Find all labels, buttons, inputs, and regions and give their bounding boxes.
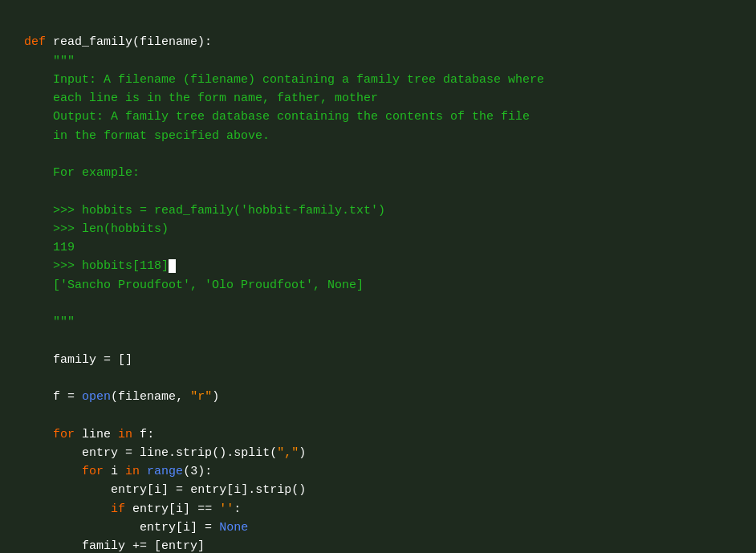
line-13: >>> hobbits[118] <box>24 259 176 273</box>
line-11: >>> len(hobbits) <box>24 222 169 236</box>
line-16: """ <box>24 315 75 329</box>
line-6: in the format specified above. <box>24 129 270 143</box>
line-10: >>> hobbits = read_family('hobbit-family… <box>24 204 385 218</box>
line-27: entry[i] = None <box>24 521 248 535</box>
line-8: For example: <box>24 166 140 180</box>
line-2: """ <box>24 55 75 68</box>
line-23: entry = line.strip().split(",") <box>24 446 306 460</box>
line-14: ['Sancho Proudfoot', 'Olo Proudfoot', No… <box>24 279 364 292</box>
line-22: for line in f: <box>24 428 154 441</box>
line-20: f = open(filename, "r") <box>24 390 219 404</box>
line-25: entry[i] = entry[i].strip() <box>24 483 306 497</box>
line-18: family = [] <box>24 353 132 367</box>
code-editor: def read_family(filename): """ Input: A … <box>0 0 756 553</box>
code-content: def read_family(filename): """ Input: A … <box>24 14 732 553</box>
line-26: if entry[i] == '': <box>24 502 241 516</box>
line-28: family += [entry] <box>24 539 205 553</box>
line-5: Output: A family tree database containin… <box>24 110 530 124</box>
line-4: each line is in the form name, father, m… <box>24 91 378 105</box>
line-1: def read_family(filename): <box>24 35 212 49</box>
line-24: for i in range(3): <box>24 465 212 478</box>
line-3: Input: A filename (filename) containing … <box>24 73 544 87</box>
line-12: 119 <box>24 241 75 254</box>
